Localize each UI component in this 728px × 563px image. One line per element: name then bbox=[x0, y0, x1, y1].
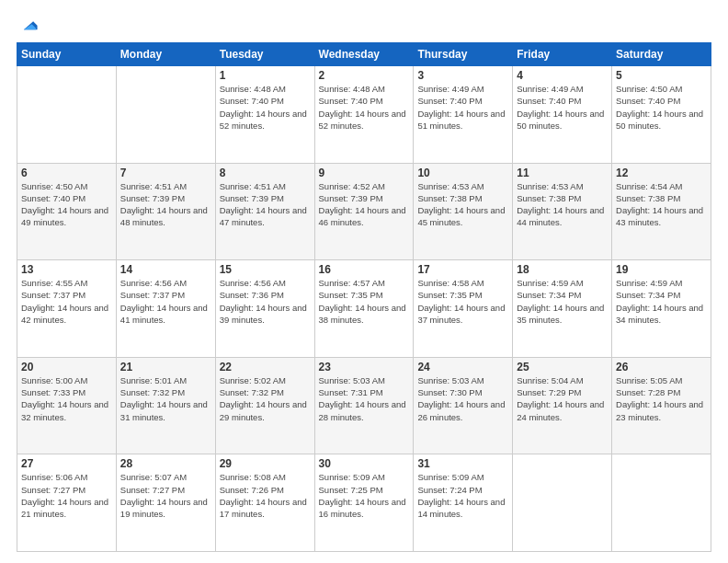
calendar-cell: 6 Sunrise: 4:50 AM Sunset: 7:40 PM Dayli… bbox=[17, 163, 117, 260]
sunrise-text: Sunrise: 5:04 AM bbox=[517, 375, 583, 385]
calendar-cell: 18 Sunrise: 4:59 AM Sunset: 7:34 PM Dayl… bbox=[513, 260, 612, 358]
sunrise-text: Sunrise: 5:03 AM bbox=[319, 375, 385, 385]
calendar-cell bbox=[612, 454, 711, 552]
daylight-text: Daylight: 14 hours and 34 minutes. bbox=[616, 303, 703, 325]
sunrise-text: Sunrise: 4:56 AM bbox=[120, 278, 187, 288]
calendar-cell: 10 Sunrise: 4:53 AM Sunset: 7:38 PM Dayl… bbox=[414, 163, 513, 260]
sunset-text: Sunset: 7:28 PM bbox=[616, 387, 680, 397]
calendar-cell: 7 Sunrise: 4:51 AM Sunset: 7:39 PM Dayli… bbox=[116, 163, 215, 260]
day-number: 1 bbox=[220, 69, 311, 82]
sunset-text: Sunset: 7:37 PM bbox=[120, 290, 185, 300]
day-number: 31 bbox=[417, 457, 508, 470]
sunset-text: Sunset: 7:33 PM bbox=[21, 387, 85, 397]
calendar-cell: 16 Sunrise: 4:57 AM Sunset: 7:35 PM Dayl… bbox=[314, 260, 414, 358]
day-info: Sunrise: 4:51 AM Sunset: 7:39 PM Dayligh… bbox=[220, 180, 311, 229]
calendar-week-row: 6 Sunrise: 4:50 AM Sunset: 7:40 PM Dayli… bbox=[17, 163, 711, 260]
day-number: 28 bbox=[120, 457, 211, 470]
calendar-cell: 25 Sunrise: 5:04 AM Sunset: 7:29 PM Dayl… bbox=[513, 357, 612, 454]
calendar-cell: 24 Sunrise: 5:03 AM Sunset: 7:30 PM Dayl… bbox=[414, 357, 513, 454]
day-number: 17 bbox=[417, 263, 508, 276]
calendar-cell bbox=[513, 454, 612, 552]
sunrise-text: Sunrise: 4:56 AM bbox=[220, 278, 286, 288]
day-number: 12 bbox=[616, 167, 707, 179]
calendar-header-row: SundayMondayTuesdayWednesdayThursdayFrid… bbox=[17, 43, 711, 66]
sunrise-text: Sunrise: 4:55 AM bbox=[21, 278, 87, 288]
daylight-text: Daylight: 14 hours and 31 minutes. bbox=[120, 399, 208, 421]
day-info: Sunrise: 4:49 AM Sunset: 7:40 PM Dayligh… bbox=[417, 83, 508, 132]
logo bbox=[17, 15, 42, 35]
sunset-text: Sunset: 7:38 PM bbox=[517, 193, 581, 203]
weekday-header: Friday bbox=[513, 43, 612, 66]
day-number: 14 bbox=[120, 263, 211, 276]
calendar-cell: 31 Sunrise: 5:09 AM Sunset: 7:24 PM Dayl… bbox=[414, 454, 513, 552]
day-info: Sunrise: 4:48 AM Sunset: 7:40 PM Dayligh… bbox=[220, 83, 311, 132]
sunset-text: Sunset: 7:24 PM bbox=[417, 485, 482, 495]
sunset-text: Sunset: 7:27 PM bbox=[21, 485, 85, 495]
day-number: 10 bbox=[417, 167, 508, 179]
logo-icon bbox=[18, 15, 39, 35]
day-info: Sunrise: 5:05 AM Sunset: 7:28 PM Dayligh… bbox=[616, 374, 707, 423]
sunset-text: Sunset: 7:38 PM bbox=[616, 193, 680, 203]
calendar-week-row: 1 Sunrise: 4:48 AM Sunset: 7:40 PM Dayli… bbox=[17, 66, 711, 164]
sunset-text: Sunset: 7:38 PM bbox=[417, 193, 482, 203]
day-number: 27 bbox=[21, 457, 112, 470]
day-number: 6 bbox=[21, 167, 112, 179]
daylight-text: Daylight: 14 hours and 38 minutes. bbox=[319, 303, 406, 325]
day-info: Sunrise: 4:50 AM Sunset: 7:40 PM Dayligh… bbox=[21, 180, 112, 229]
day-info: Sunrise: 5:08 AM Sunset: 7:26 PM Dayligh… bbox=[220, 471, 311, 520]
day-number: 20 bbox=[21, 361, 112, 373]
sunrise-text: Sunrise: 4:50 AM bbox=[616, 84, 682, 94]
sunset-text: Sunset: 7:29 PM bbox=[517, 387, 581, 397]
calendar-cell: 26 Sunrise: 5:05 AM Sunset: 7:28 PM Dayl… bbox=[612, 357, 711, 454]
sunrise-text: Sunrise: 5:02 AM bbox=[220, 375, 286, 385]
calendar-cell: 14 Sunrise: 4:56 AM Sunset: 7:37 PM Dayl… bbox=[116, 260, 215, 358]
daylight-text: Daylight: 14 hours and 28 minutes. bbox=[319, 399, 406, 421]
sunrise-text: Sunrise: 4:48 AM bbox=[319, 84, 385, 94]
calendar-cell: 1 Sunrise: 4:48 AM Sunset: 7:40 PM Dayli… bbox=[215, 66, 314, 164]
day-info: Sunrise: 5:06 AM Sunset: 7:27 PM Dayligh… bbox=[21, 471, 112, 520]
page: SundayMondayTuesdayWednesdayThursdayFrid… bbox=[0, 0, 728, 563]
calendar-cell: 8 Sunrise: 4:51 AM Sunset: 7:39 PM Dayli… bbox=[215, 163, 314, 260]
daylight-text: Daylight: 14 hours and 42 minutes. bbox=[21, 303, 108, 325]
day-number: 9 bbox=[319, 167, 410, 179]
daylight-text: Daylight: 14 hours and 51 minutes. bbox=[417, 109, 505, 131]
sunset-text: Sunset: 7:40 PM bbox=[220, 96, 284, 106]
day-info: Sunrise: 5:09 AM Sunset: 7:25 PM Dayligh… bbox=[319, 471, 410, 520]
day-number: 25 bbox=[517, 361, 608, 373]
daylight-text: Daylight: 14 hours and 52 minutes. bbox=[220, 109, 307, 131]
weekday-header: Sunday bbox=[17, 43, 117, 66]
daylight-text: Daylight: 14 hours and 45 minutes. bbox=[417, 205, 505, 227]
sunrise-text: Sunrise: 5:05 AM bbox=[616, 375, 682, 385]
day-info: Sunrise: 4:57 AM Sunset: 7:35 PM Dayligh… bbox=[319, 277, 410, 326]
calendar-cell: 5 Sunrise: 4:50 AM Sunset: 7:40 PM Dayli… bbox=[612, 66, 711, 164]
day-info: Sunrise: 5:03 AM Sunset: 7:30 PM Dayligh… bbox=[417, 374, 508, 423]
calendar-cell bbox=[116, 66, 215, 164]
day-info: Sunrise: 4:53 AM Sunset: 7:38 PM Dayligh… bbox=[517, 180, 608, 229]
calendar-cell: 17 Sunrise: 4:58 AM Sunset: 7:35 PM Dayl… bbox=[414, 260, 513, 358]
day-info: Sunrise: 4:50 AM Sunset: 7:40 PM Dayligh… bbox=[616, 83, 707, 132]
calendar-cell: 20 Sunrise: 5:00 AM Sunset: 7:33 PM Dayl… bbox=[17, 357, 117, 454]
calendar-week-row: 27 Sunrise: 5:06 AM Sunset: 7:27 PM Dayl… bbox=[17, 454, 711, 552]
sunrise-text: Sunrise: 5:01 AM bbox=[120, 375, 187, 385]
daylight-text: Daylight: 14 hours and 43 minutes. bbox=[616, 205, 703, 227]
weekday-header: Thursday bbox=[414, 43, 513, 66]
sunrise-text: Sunrise: 4:59 AM bbox=[517, 278, 583, 288]
weekday-header: Monday bbox=[116, 43, 215, 66]
sunset-text: Sunset: 7:32 PM bbox=[220, 387, 284, 397]
sunset-text: Sunset: 7:26 PM bbox=[220, 485, 284, 495]
calendar-cell: 3 Sunrise: 4:49 AM Sunset: 7:40 PM Dayli… bbox=[414, 66, 513, 164]
sunset-text: Sunset: 7:40 PM bbox=[319, 96, 383, 106]
day-info: Sunrise: 5:02 AM Sunset: 7:32 PM Dayligh… bbox=[220, 374, 311, 423]
day-number: 8 bbox=[220, 167, 311, 179]
day-info: Sunrise: 4:48 AM Sunset: 7:40 PM Dayligh… bbox=[319, 83, 410, 132]
sunrise-text: Sunrise: 5:03 AM bbox=[417, 375, 483, 385]
day-info: Sunrise: 5:03 AM Sunset: 7:31 PM Dayligh… bbox=[319, 374, 410, 423]
day-info: Sunrise: 4:55 AM Sunset: 7:37 PM Dayligh… bbox=[21, 277, 112, 326]
calendar-cell: 2 Sunrise: 4:48 AM Sunset: 7:40 PM Dayli… bbox=[314, 66, 414, 164]
day-info: Sunrise: 5:04 AM Sunset: 7:29 PM Dayligh… bbox=[517, 374, 608, 423]
sunrise-text: Sunrise: 4:53 AM bbox=[417, 181, 483, 191]
day-info: Sunrise: 4:51 AM Sunset: 7:39 PM Dayligh… bbox=[120, 180, 211, 229]
daylight-text: Daylight: 14 hours and 41 minutes. bbox=[120, 303, 208, 325]
day-number: 2 bbox=[319, 69, 410, 82]
sunset-text: Sunset: 7:39 PM bbox=[319, 193, 383, 203]
